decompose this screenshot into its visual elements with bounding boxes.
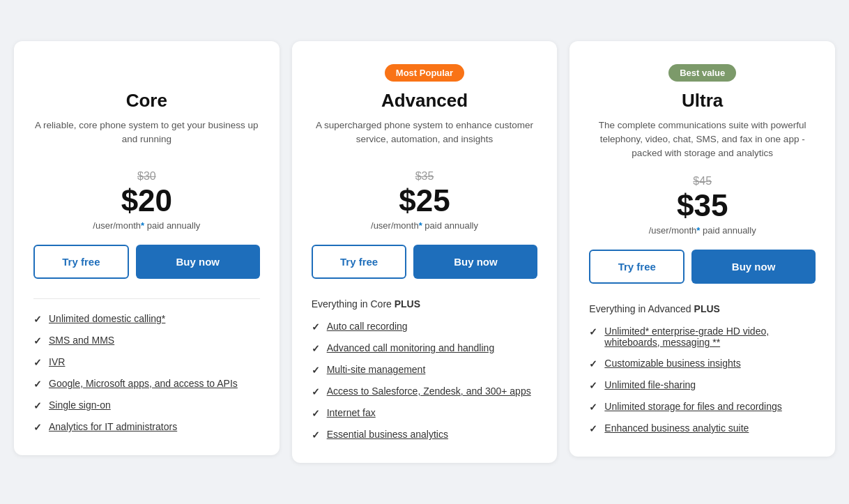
features-list-core: ✓ Unlimited domestic calling* ✓ SMS and … xyxy=(33,313,260,433)
feature-text[interactable]: Unlimited* enterprise-grade HD video, wh… xyxy=(604,326,816,348)
badge-area-core xyxy=(33,61,260,86)
check-icon: ✓ xyxy=(589,402,597,413)
buy-now-button-advanced[interactable]: Buy now xyxy=(413,245,537,279)
price-current-core: $20 xyxy=(33,184,260,217)
divider-core xyxy=(33,298,260,299)
feature-link[interactable]: SMS and MMS xyxy=(49,335,114,346)
list-item: ✓ Essential business analytics xyxy=(312,429,538,441)
feature-text[interactable]: Auto call recording xyxy=(327,321,408,332)
plan-title-advanced: Advanced xyxy=(312,90,538,112)
feature-text[interactable]: Enhanced business analytic suite xyxy=(604,422,749,434)
check-icon: ✓ xyxy=(589,380,597,391)
feature-text[interactable]: Unlimited storage for files and recordin… xyxy=(604,401,781,412)
buttons-row-advanced: Try free Buy now xyxy=(312,245,538,279)
list-item: ✓ Analytics for IT administrators xyxy=(33,421,260,433)
check-icon: ✓ xyxy=(33,314,42,325)
list-item: ✓ Advanced call monitoring and handling xyxy=(312,342,538,354)
list-item: ✓ Internet fax xyxy=(312,407,538,419)
feature-text[interactable]: Internet fax xyxy=(327,407,376,418)
badge-area-ultra: Best value xyxy=(589,61,816,86)
feature-link[interactable]: Analytics for IT administrators xyxy=(49,421,177,432)
feature-text[interactable]: Unlimited file-sharing xyxy=(604,379,696,390)
badge-most-popular: Most Popular xyxy=(385,64,464,82)
plan-title-ultra: Ultra xyxy=(589,90,816,112)
check-icon: ✓ xyxy=(33,400,42,411)
plan-description-ultra: The complete communications suite with p… xyxy=(589,119,816,161)
list-item: ✓ Single sign-on xyxy=(33,399,260,411)
plan-description-core: A reliable, core phone system to get you… xyxy=(33,119,260,156)
list-item: ✓ Unlimited file-sharing xyxy=(589,379,816,391)
list-item: ✓ Google, Microsoft apps, and access to … xyxy=(33,378,260,390)
check-icon: ✓ xyxy=(589,326,597,337)
plan-card-core: Core A reliable, core phone system to ge… xyxy=(14,41,280,455)
feature-link[interactable]: Single sign-on xyxy=(49,399,111,411)
buttons-row-ultra: Try free Buy now xyxy=(589,250,816,284)
try-free-button-core[interactable]: Try free xyxy=(33,245,129,279)
try-free-button-advanced[interactable]: Try free xyxy=(312,245,407,279)
plan-description-advanced: A supercharged phone system to enhance c… xyxy=(312,119,538,156)
price-section-core: $30 $20 /user/month* paid annually xyxy=(33,170,260,231)
feature-text: Unlimited domestic calling* xyxy=(49,313,165,324)
price-section-ultra: $45 $35 /user/month* paid annually xyxy=(589,175,816,236)
buy-now-button-ultra[interactable]: Buy now xyxy=(691,250,816,284)
plan-card-ultra: Best value Ultra The complete communicat… xyxy=(569,41,835,457)
feature-text: Analytics for IT administrators xyxy=(49,421,177,432)
price-original-ultra: $45 xyxy=(589,175,816,188)
price-original-advanced: $35 xyxy=(312,170,538,183)
feature-text: SMS and MMS xyxy=(49,335,114,346)
list-item: ✓ SMS and MMS xyxy=(33,335,260,346)
price-period-core: /user/month* paid annually xyxy=(33,220,260,231)
feature-text[interactable]: Customizable business insights xyxy=(604,358,740,369)
price-original-core: $30 xyxy=(33,170,260,183)
price-period-text-advanced: /user/month xyxy=(371,220,419,231)
list-item: ✓ Unlimited storage for files and record… xyxy=(589,401,816,413)
check-icon: ✓ xyxy=(33,357,42,368)
price-period-ultra: /user/month* paid annually xyxy=(589,225,816,236)
list-item: ✓ Unlimited domestic calling* xyxy=(33,313,260,325)
feature-link[interactable]: IVR xyxy=(49,356,65,367)
check-icon: ✓ xyxy=(312,343,320,354)
check-icon: ✓ xyxy=(312,429,320,441)
list-item: ✓ Unlimited* enterprise-grade HD video, … xyxy=(589,326,816,348)
check-icon: ✓ xyxy=(33,379,42,390)
check-icon: ✓ xyxy=(312,365,320,376)
try-free-button-ultra[interactable]: Try free xyxy=(589,250,684,284)
badge-best-value: Best value xyxy=(668,64,736,82)
price-section-advanced: $35 $25 /user/month* paid annually xyxy=(312,170,538,231)
badge-area-advanced: Most Popular xyxy=(312,61,538,86)
feature-link[interactable]: Google, Microsoft apps, and access to AP… xyxy=(49,378,238,389)
features-intro-bold-ultra: PLUS xyxy=(694,303,720,314)
list-item: ✓ Multi-site management xyxy=(312,364,538,376)
feature-text[interactable]: Advanced call monitoring and handling xyxy=(327,342,495,353)
list-item: ✓ Auto call recording xyxy=(312,321,538,333)
feature-link[interactable]: Unlimited domestic calling* xyxy=(49,313,165,324)
price-period-text-core: /user/month xyxy=(93,220,141,231)
feature-text[interactable]: Multi-site management xyxy=(327,364,426,375)
features-list-advanced: ✓ Auto call recording ✓ Advanced call mo… xyxy=(312,321,538,441)
features-list-ultra: ✓ Unlimited* enterprise-grade HD video, … xyxy=(589,326,816,434)
pricing-container: Core A reliable, core phone system to ge… xyxy=(14,41,835,463)
price-current-advanced: $25 xyxy=(312,184,538,217)
price-period-text-ultra: /user/month xyxy=(649,225,697,236)
feature-text[interactable]: Access to Salesforce, Zendesk, and 300+ … xyxy=(327,385,531,397)
check-icon: ✓ xyxy=(312,321,320,333)
price-billing-core: paid annually xyxy=(144,220,200,231)
buttons-row-core: Try free Buy now xyxy=(33,245,260,279)
feature-text[interactable]: Essential business analytics xyxy=(327,429,448,440)
feature-text: Single sign-on xyxy=(49,399,111,411)
features-intro-plain-ultra: Everything in Advanced xyxy=(589,303,694,314)
feature-text: Google, Microsoft apps, and access to AP… xyxy=(49,378,238,389)
plan-card-advanced: Most Popular Advanced A supercharged pho… xyxy=(292,41,558,463)
price-billing-ultra: paid annually xyxy=(700,225,756,236)
check-icon: ✓ xyxy=(33,422,42,433)
features-intro-bold-advanced: PLUS xyxy=(395,298,420,310)
check-icon: ✓ xyxy=(33,335,42,346)
list-item: ✓ Enhanced business analytic suite xyxy=(589,422,816,434)
list-item: ✓ IVR xyxy=(33,356,260,368)
feature-text: IVR xyxy=(49,356,65,367)
check-icon: ✓ xyxy=(312,386,320,397)
plan-title-core: Core xyxy=(33,90,260,112)
features-intro-plain-advanced: Everything in Core xyxy=(312,298,395,310)
price-billing-advanced: paid annually xyxy=(422,220,478,231)
buy-now-button-core[interactable]: Buy now xyxy=(136,245,260,279)
